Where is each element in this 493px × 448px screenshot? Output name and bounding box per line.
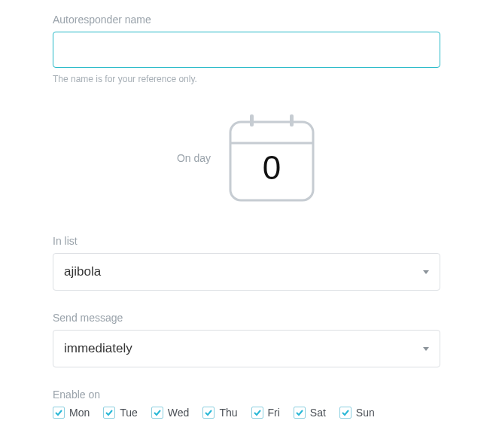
in-list-group: In list ajibola	[53, 235, 440, 291]
day-label-text: Fri	[268, 407, 280, 419]
in-list-selected-value: ajibola	[64, 264, 101, 279]
svg-rect-2	[250, 114, 254, 126]
in-list-label: In list	[53, 235, 440, 247]
day-checkbox-sun[interactable]: Sun	[339, 407, 375, 419]
day-checkbox-mon[interactable]: Mon	[53, 407, 90, 419]
on-day-row: On day 0	[53, 113, 440, 203]
day-number-value: 0	[227, 149, 316, 187]
checkbox-icon	[151, 407, 163, 419]
enable-on-label: Enable on	[53, 389, 440, 401]
day-checkbox-fri[interactable]: Fri	[251, 407, 280, 419]
send-message-group: Send message immediately	[53, 312, 440, 367]
checkbox-icon	[294, 407, 306, 419]
autoresponder-name-group: Autoresponder name The name is for your …	[53, 14, 440, 84]
day-checkbox-thu[interactable]: Thu	[202, 407, 237, 419]
day-checkbox-sat[interactable]: Sat	[294, 407, 326, 419]
day-label-text: Tue	[120, 407, 138, 419]
in-list-select[interactable]: ajibola	[53, 253, 440, 291]
day-checkbox-wed[interactable]: Wed	[151, 407, 190, 419]
checkbox-icon	[103, 407, 115, 419]
day-label-text: Sat	[310, 407, 326, 419]
checkbox-icon	[251, 407, 263, 419]
chevron-down-icon	[423, 347, 429, 351]
checkbox-icon	[202, 407, 215, 419]
svg-rect-3	[290, 114, 294, 126]
send-message-selected-value: immediately	[64, 341, 132, 356]
day-number-stepper[interactable]: 0	[227, 113, 316, 203]
enable-on-days-row: Mon Tue Wed Thu Fri	[53, 407, 440, 419]
day-label-text: Mon	[69, 407, 90, 419]
autoresponder-help-text: The name is for your reference only.	[53, 74, 440, 84]
send-message-label: Send message	[53, 312, 440, 324]
day-label-text: Sun	[356, 407, 375, 419]
checkbox-icon	[53, 407, 65, 419]
autoresponder-name-label: Autoresponder name	[53, 14, 440, 26]
day-checkbox-tue[interactable]: Tue	[103, 407, 138, 419]
send-message-select[interactable]: immediately	[53, 330, 440, 367]
day-label-text: Thu	[219, 407, 237, 419]
day-label-text: Wed	[168, 407, 190, 419]
checkbox-icon	[339, 407, 351, 419]
autoresponder-name-input[interactable]	[53, 32, 440, 68]
enable-on-group: Enable on Mon Tue Wed Thu	[53, 389, 440, 419]
on-day-label: On day	[177, 152, 211, 164]
chevron-down-icon	[423, 270, 429, 274]
